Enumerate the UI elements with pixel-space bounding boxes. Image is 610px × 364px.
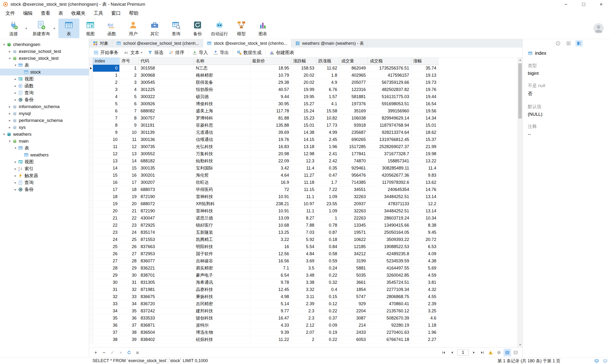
cell-turnover[interactable]: 1735256376.51 — [368, 65, 411, 72]
column-header-code[interactable]: 代码 — [139, 58, 194, 65]
table-row[interactable]: 1011300136信维通信19.7614.152.45690265131976… — [89, 136, 522, 143]
table-row[interactable]: 2122430047诺思兰德13.098.2712226328603719.24… — [89, 215, 522, 222]
cell-change-pct[interactable]: 8.27 — [291, 215, 316, 222]
column-header-turnover[interactable]: 成交额 — [368, 58, 411, 65]
cell-name[interactable]: 晶赛科技 — [194, 286, 250, 293]
cell-index[interactable]: 13 — [93, 158, 120, 165]
cell-code[interactable]: 872190 — [139, 208, 194, 215]
menu-item-3[interactable]: 表 — [54, 9, 67, 18]
cell-amplitude[interactable]: 8.38 — [411, 222, 438, 229]
tree-item-weathers-table[interactable]: weathers — [0, 151, 89, 158]
table-row[interactable]: 3839838402硅烷科技11.2220.2260536766741.182.… — [89, 336, 522, 343]
tree-item-main-db[interactable]: ▾main — [0, 138, 89, 144]
cell-name[interactable]: 罗博特科 — [194, 115, 250, 122]
table-row[interactable]: 1617300207欣旺达16.911.181.7714385117097839… — [89, 179, 522, 186]
cell-code[interactable]: 838402 — [139, 336, 194, 343]
cell-volume[interactable]: 214 — [339, 322, 368, 329]
cell-change-pct[interactable]: 12.3 — [291, 158, 316, 165]
cell-amplitude[interactable]: 2.27 — [411, 336, 438, 343]
cell-name[interactable]: 锦好医疗 — [194, 222, 250, 229]
cell-name[interactable]: 海希通讯 — [194, 279, 250, 286]
table-row[interactable]: 12300968格林精密10.7920.021.8402965417596157… — [89, 72, 522, 79]
cell-change-amt[interactable]: 10.82 — [316, 115, 339, 122]
cell-index[interactable]: 37 — [93, 329, 120, 336]
cell-change-pct[interactable]: 158.53 — [291, 65, 316, 72]
cell-turnover[interactable]: 158857341 — [368, 158, 411, 165]
table-row[interactable]: 1415300135宝利国际3.4211.40.3592946130828548… — [89, 165, 522, 172]
cell-volume[interactable]: 1517285 — [339, 143, 368, 150]
cell-turnover[interactable]: 2270401.63 — [368, 329, 411, 336]
cell-amplitude[interactable]: 4.55 — [411, 293, 438, 300]
cell-seq[interactable]: 10 — [120, 129, 139, 136]
cell-code[interactable]: 430047 — [139, 215, 194, 222]
cell-volume[interactable]: 235687 — [339, 129, 368, 136]
cell-volume[interactable]: 5747 — [339, 293, 368, 300]
cell-name[interactable]: 建邦科技 — [194, 308, 250, 315]
cell-seq[interactable]: 26 — [120, 243, 139, 250]
cell-code[interactable]: 301139 — [139, 129, 194, 136]
cell-name[interactable]: 易实精密 — [194, 265, 250, 272]
toolbar-function-button[interactable]: f(x)函数 — [101, 19, 122, 38]
cell-volume[interactable]: 956476 — [339, 172, 368, 179]
tree-item-stock[interactable]: stock — [0, 69, 89, 76]
cell-amplitude[interactable]: 18.62 — [411, 129, 438, 136]
cell-amplitude[interactable]: 19.73 — [411, 79, 438, 86]
cell-turnover[interactable]: 3545724.51 — [368, 279, 411, 286]
first-page-button[interactable] — [440, 349, 447, 356]
cell-change-pct[interactable]: 13.18 — [291, 143, 316, 150]
cell-volume[interactable]: 2433 — [339, 329, 368, 336]
cell-change-amt[interactable]: 7.22 — [316, 186, 339, 193]
cell-turnover[interactable]: 482502837.82 — [368, 86, 411, 93]
cell-seq[interactable]: 1 — [120, 65, 139, 72]
cell-name[interactable]: 光弘科技 — [194, 143, 250, 150]
cell-name[interactable]: 联得装备 — [194, 79, 250, 86]
object-information-button[interactable] — [555, 40, 562, 46]
tree-item-information-schema[interactable]: ▸information_schema — [0, 103, 89, 110]
column-header-seq[interactable]: 序号 — [120, 58, 139, 65]
cell-price[interactable]: 135.88 — [250, 122, 291, 129]
cell-change-amt[interactable]: 0.32 — [316, 279, 339, 286]
cell-index[interactable]: 20 — [93, 208, 120, 215]
cell-volume[interactable]: 19571 — [339, 229, 368, 236]
cell-index[interactable]: 14 — [93, 165, 120, 172]
tree-item-exercise-school-test[interactable]: ▸exercise_school_test — [0, 48, 89, 55]
cell-turnover[interactable]: 34484252.51 — [368, 208, 411, 215]
table-row[interactable]: 2324835174五新隧装13.257.030.871957125050164… — [89, 229, 522, 236]
tab-1[interactable]: school @exercise_school_test (chenh... — [112, 39, 203, 48]
cell-amplitude[interactable]: 5.69 — [411, 265, 438, 272]
cell-seq[interactable]: 5 — [120, 93, 139, 101]
gridbar-create-chart-button[interactable]: 创建图表 — [267, 49, 297, 56]
cell-price[interactable]: 238.21 — [250, 200, 291, 208]
cell-price[interactable]: 18.95 — [250, 65, 291, 72]
column-header-volume[interactable]: 成交量 — [339, 58, 368, 65]
cell-name[interactable]: 宝利国际 — [194, 165, 250, 172]
cell-turnover[interactable]: 2135760.12 — [368, 308, 411, 315]
cell-turnover[interactable]: 1187974768.94 — [368, 122, 411, 129]
cell-seq[interactable]: 12 — [120, 143, 139, 150]
cell-amplitude[interactable]: 19.44 — [411, 93, 438, 101]
cell-amplitude[interactable]: 4.59 — [411, 272, 438, 279]
cell-seq[interactable]: 25 — [120, 236, 139, 243]
cell-index[interactable]: 7 — [93, 115, 120, 122]
cell-price[interactable]: 13.25 — [250, 229, 291, 236]
cell-code[interactable]: 872953 — [139, 250, 194, 258]
cell-name[interactable]: 诺思兰德 — [194, 215, 250, 222]
table-row[interactable]: 3738836504博迅生物9.392.070.1924332270401.63… — [89, 329, 522, 336]
tab-0[interactable]: 对象 — [89, 39, 112, 48]
cell-code[interactable]: 301558 — [139, 65, 194, 72]
ddl-button[interactable] — [565, 40, 572, 46]
cell-change-amt[interactable]: 0.37 — [316, 315, 339, 322]
cell-change-pct[interactable]: 20.02 — [291, 72, 316, 79]
cell-index[interactable]: 25 — [93, 243, 120, 250]
toolbar-connect-dropdown[interactable]: ▾ — [24, 26, 28, 30]
cell-turnover[interactable]: 516131775.03 — [368, 93, 411, 101]
cell-amplitude[interactable]: 15.37 — [411, 136, 438, 143]
cell-amplitude[interactable]: 14.34 — [411, 115, 438, 122]
cell-name[interactable]: 格林精密 — [194, 72, 250, 79]
cell-change-amt[interactable]: 2.45 — [316, 136, 339, 143]
cell-turnover[interactable]: 417596157 — [368, 72, 411, 79]
cell-price[interactable]: 9.39 — [250, 329, 291, 336]
cell-volume[interactable]: 34551 — [339, 186, 368, 193]
cell-volume[interactable]: 12185 — [339, 243, 368, 250]
cell-seq[interactable]: 36 — [120, 315, 139, 322]
